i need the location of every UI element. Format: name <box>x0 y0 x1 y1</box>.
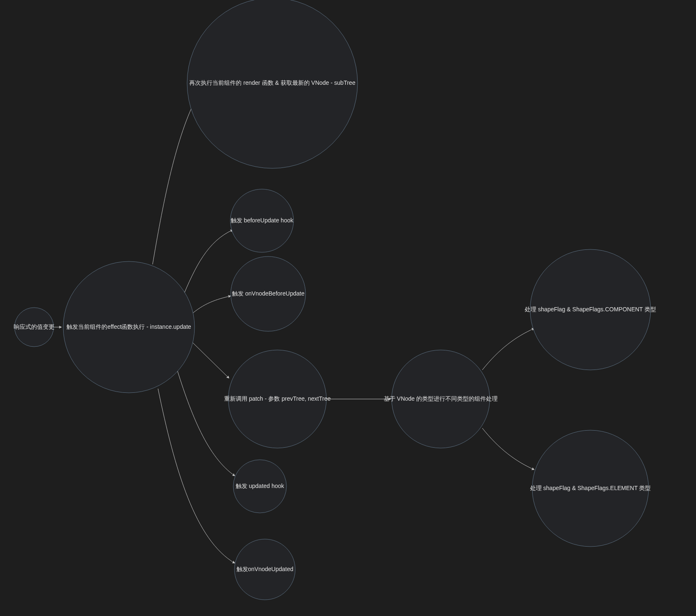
edge-effect-to-rerender <box>153 100 195 264</box>
node-componentflag-label: 处理 shapeFlag & ShapeFlags.COMPONENT 类型 <box>525 306 656 313</box>
edge-effect-to-beforeupdate <box>182 230 233 299</box>
node-beforeupdate[interactable]: 触发 beforeUpdate hook <box>230 189 294 252</box>
node-effect-label: 触发当前组件的effect函数执行 - instance.update <box>67 323 191 330</box>
node-vnodebefore-label: 触发 onVnodeBeforeUpdate <box>232 290 305 297</box>
node-effect[interactable]: 触发当前组件的effect函数执行 - instance.update <box>63 261 195 393</box>
node-elementflag[interactable]: 处理 shapeFlag & ShapeFlags.ELEMENT 类型 <box>530 430 651 547</box>
node-vnodebefore[interactable]: 触发 onVnodeBeforeUpdate <box>231 256 306 331</box>
edge-effect-to-vnodebefore <box>190 296 231 315</box>
node-patch[interactable]: 重新调用 patch - 参数 prevTree, nextTree <box>224 350 331 448</box>
node-rerender[interactable]: 再次执行当前组件的 render 函数 & 获取最新的 VNode - subT… <box>187 0 358 168</box>
node-patch-label: 重新调用 patch - 参数 prevTree, nextTree <box>224 395 331 402</box>
edge-effect-to-patch <box>191 341 229 378</box>
node-typedispatch-label: 基于 VNode 的类型进行不同类型的组件处理 <box>384 395 498 402</box>
edge-effect-to-updated <box>176 366 235 476</box>
node-root-label: 响应式的值变更 <box>14 323 54 330</box>
node-elementflag-label: 处理 shapeFlag & ShapeFlags.ELEMENT 类型 <box>530 485 651 491</box>
edge-type-to-element <box>482 428 534 470</box>
node-typedispatch[interactable]: 基于 VNode 的类型进行不同类型的组件处理 <box>384 350 498 448</box>
node-updatedhook-label: 触发 updated hook <box>236 483 285 489</box>
edge-type-to-component <box>482 328 534 370</box>
node-beforeupdate-label: 触发 beforeUpdate hook <box>231 217 294 224</box>
node-rerender-label: 再次执行当前组件的 render 函数 & 获取最新的 VNode - subT… <box>189 79 355 86</box>
node-vnodeupdated[interactable]: 触发onVnodeUpdated <box>234 539 295 600</box>
node-componentflag[interactable]: 处理 shapeFlag & ShapeFlags.COMPONENT 类型 <box>525 249 656 370</box>
node-root[interactable]: 响应式的值变更 <box>14 308 54 347</box>
diagram-canvas[interactable]: 响应式的值变更 触发当前组件的effect函数执行 - instance.upd… <box>0 0 696 616</box>
node-vnodeupdated-label: 触发onVnodeUpdated <box>237 566 294 572</box>
edge-effect-to-vnodeupdated <box>158 389 235 563</box>
node-updatedhook[interactable]: 触发 updated hook <box>233 460 286 513</box>
